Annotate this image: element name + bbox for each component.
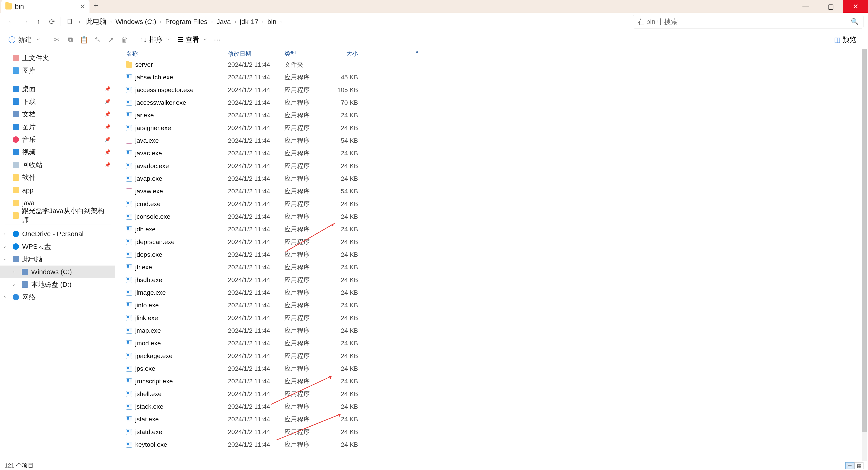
file-row[interactable]: jar.exe 2024/1/2 11:44 应用程序 24 KB — [121, 109, 868, 122]
chevron-right-icon[interactable]: › — [4, 294, 6, 300]
sidebar-item[interactable]: ›OneDrive - Personal — [0, 228, 115, 240]
close-tab-icon[interactable]: ✕ — [80, 2, 86, 10]
file-row[interactable]: javap.exe 2024/1/2 11:44 应用程序 24 KB — [121, 172, 868, 185]
breadcrumb-item[interactable]: Windows (C:) — [114, 16, 158, 28]
sidebar-item[interactable]: 跟光磊学Java从小白到架构师 — [0, 209, 115, 222]
file-row[interactable]: jcmd.exe 2024/1/2 11:44 应用程序 24 KB — [121, 198, 868, 210]
sidebar-item[interactable]: 软件 — [0, 171, 115, 184]
vertical-scrollbar[interactable] — [862, 49, 867, 461]
sidebar-drive[interactable]: ›本地磁盘 (D:) — [0, 278, 115, 291]
column-name[interactable]: 名称 — [121, 50, 222, 58]
tab-current[interactable]: bin ✕ — [1, 0, 90, 13]
sort-button[interactable]: ↑↓ 排序 ﹀ — [137, 35, 174, 44]
chevron-right-icon[interactable]: › — [232, 19, 239, 25]
chevron-right-icon[interactable]: › — [158, 19, 164, 25]
breadcrumb-item[interactable]: 此电脑 — [85, 15, 108, 29]
pc-icon[interactable]: 🖥 — [63, 15, 76, 29]
file-row[interactable]: jaccessinspector.exe 2024/1/2 11:44 应用程序… — [121, 84, 868, 96]
back-button[interactable]: ← — [4, 15, 18, 29]
file-row[interactable]: jinfo.exe 2024/1/2 11:44 应用程序 24 KB — [121, 299, 868, 312]
chevron-right-icon[interactable]: › — [278, 19, 284, 25]
sidebar-item[interactable]: app — [0, 184, 115, 197]
forward-button[interactable]: → — [18, 15, 32, 29]
sidebar-item[interactable]: 音乐📌 — [0, 133, 115, 146]
sidebar-home[interactable]: 主文件夹 — [0, 52, 115, 64]
column-type[interactable]: 类型 — [279, 50, 329, 58]
sidebar-item[interactable]: 桌面📌 — [0, 83, 115, 95]
search-icon[interactable]: 🔍 — [851, 18, 859, 25]
sidebar-drive[interactable]: ›Windows (C:) — [0, 266, 115, 278]
search-input[interactable] — [638, 18, 851, 26]
file-row[interactable]: jstack.exe 2024/1/2 11:44 应用程序 24 KB — [121, 400, 868, 413]
share-icon[interactable]: ↗ — [104, 33, 118, 47]
new-button[interactable]: + 新建 ﹀ — [4, 33, 44, 47]
file-row[interactable]: jmod.exe 2024/1/2 11:44 应用程序 24 KB — [121, 337, 868, 350]
file-row[interactable]: jpackage.exe 2024/1/2 11:44 应用程序 24 KB — [121, 350, 868, 362]
paste-icon[interactable]: 📋 — [77, 33, 91, 47]
chevron-right-icon[interactable]: › — [209, 19, 215, 25]
file-row[interactable]: jdeps.exe 2024/1/2 11:44 应用程序 24 KB — [121, 248, 868, 261]
breadcrumb-item[interactable]: Java — [215, 16, 232, 28]
file-row[interactable]: javaw.exe 2024/1/2 11:44 应用程序 54 KB — [121, 185, 868, 198]
chevron-right-icon[interactable]: › — [108, 19, 114, 25]
refresh-button[interactable]: ⟳ — [45, 15, 59, 29]
column-size[interactable]: 大小 — [329, 50, 358, 58]
file-row[interactable]: server 2024/1/2 11:44 文件夹 — [121, 58, 868, 71]
breadcrumb-item[interactable]: bin — [266, 16, 278, 28]
file-row[interactable]: jimage.exe 2024/1/2 11:44 应用程序 24 KB — [121, 286, 868, 299]
copy-icon[interactable]: ⧉ — [64, 33, 77, 47]
file-row[interactable]: javadoc.exe 2024/1/2 11:44 应用程序 24 KB — [121, 160, 868, 172]
file-row[interactable]: jps.exe 2024/1/2 11:44 应用程序 24 KB — [121, 362, 868, 375]
file-row[interactable]: jfr.exe 2024/1/2 11:44 应用程序 24 KB — [121, 261, 868, 274]
file-row[interactable]: jdeprscan.exe 2024/1/2 11:44 应用程序 24 KB — [121, 236, 868, 248]
file-row[interactable]: javac.exe 2024/1/2 11:44 应用程序 24 KB — [121, 147, 868, 160]
chevron-right-icon[interactable]: › — [76, 19, 83, 25]
scrollbar-thumb[interactable] — [862, 49, 867, 432]
file-row[interactable]: jmap.exe 2024/1/2 11:44 应用程序 24 KB — [121, 324, 868, 337]
chevron-right-icon[interactable]: › — [4, 231, 6, 237]
preview-button[interactable]: ◫ 预览 — [831, 35, 860, 44]
file-row[interactable]: jconsole.exe 2024/1/2 11:44 应用程序 24 KB — [121, 210, 868, 223]
chevron-right-icon[interactable]: › — [13, 269, 15, 275]
file-row[interactable]: jstat.exe 2024/1/2 11:44 应用程序 24 KB — [121, 413, 868, 426]
rename-icon[interactable]: ✎ — [91, 33, 104, 47]
breadcrumb-item[interactable]: Program Files — [164, 16, 209, 28]
sidebar-this-pc[interactable]: › 此电脑 — [0, 253, 115, 266]
file-row[interactable]: jaccesswalker.exe 2024/1/2 11:44 应用程序 70… — [121, 96, 868, 109]
chevron-right-icon[interactable]: › — [13, 282, 15, 288]
file-row[interactable]: jlink.exe 2024/1/2 11:44 应用程序 24 KB — [121, 312, 868, 324]
file-row[interactable]: jdb.exe 2024/1/2 11:44 应用程序 24 KB — [121, 223, 868, 236]
delete-icon[interactable]: 🗑 — [118, 33, 131, 47]
sidebar-gallery[interactable]: 图库 — [0, 64, 115, 77]
file-row[interactable]: jhsdb.exe 2024/1/2 11:44 应用程序 24 KB — [121, 274, 868, 286]
sidebar-item[interactable]: 回收站📌 — [0, 158, 115, 171]
file-row[interactable]: java.exe 2024/1/2 11:44 应用程序 54 KB — [121, 134, 868, 147]
chevron-right-icon[interactable]: › — [260, 19, 266, 25]
close-window-button[interactable]: ✕ — [843, 0, 868, 13]
sidebar-item[interactable]: ›WPS云盘 — [0, 240, 115, 253]
chevron-right-icon[interactable]: › — [4, 243, 6, 249]
file-row[interactable]: jstatd.exe 2024/1/2 11:44 应用程序 24 KB — [121, 426, 868, 438]
file-row[interactable]: jrunscript.exe 2024/1/2 11:44 应用程序 24 KB — [121, 375, 868, 388]
details-view-button[interactable]: ☰ — [845, 462, 855, 469]
sidebar-item[interactable]: 图片📌 — [0, 121, 115, 133]
file-row[interactable]: jshell.exe 2024/1/2 11:44 应用程序 24 KB — [121, 388, 868, 400]
column-date[interactable]: 修改日期 — [222, 50, 279, 58]
icons-view-button[interactable]: ▦ — [855, 462, 864, 469]
sidebar-item[interactable]: 文档📌 — [0, 108, 115, 121]
maximize-button[interactable]: ▢ — [818, 0, 843, 13]
breadcrumb-item[interactable]: jdk-17 — [239, 16, 260, 28]
search-box[interactable]: 🔍 — [633, 15, 864, 29]
file-row[interactable]: jarsigner.exe 2024/1/2 11:44 应用程序 24 KB — [121, 122, 868, 134]
new-tab-button[interactable]: ＋ — [90, 0, 102, 10]
view-button[interactable]: ☰ 查看 ﹀ — [174, 35, 211, 44]
minimize-button[interactable]: — — [794, 0, 818, 13]
cut-icon[interactable]: ✂ — [50, 33, 64, 47]
sidebar-network[interactable]: › 网络 — [0, 291, 115, 303]
file-row[interactable]: jabswitch.exe 2024/1/2 11:44 应用程序 45 KB — [121, 71, 868, 84]
sidebar-item[interactable]: 下载📌 — [0, 95, 115, 108]
file-row[interactable]: keytool.exe 2024/1/2 11:44 应用程序 24 KB — [121, 438, 868, 451]
sidebar-item[interactable]: 视频📌 — [0, 146, 115, 158]
up-button[interactable]: ↑ — [32, 15, 45, 29]
chevron-down-icon[interactable]: › — [2, 258, 8, 260]
